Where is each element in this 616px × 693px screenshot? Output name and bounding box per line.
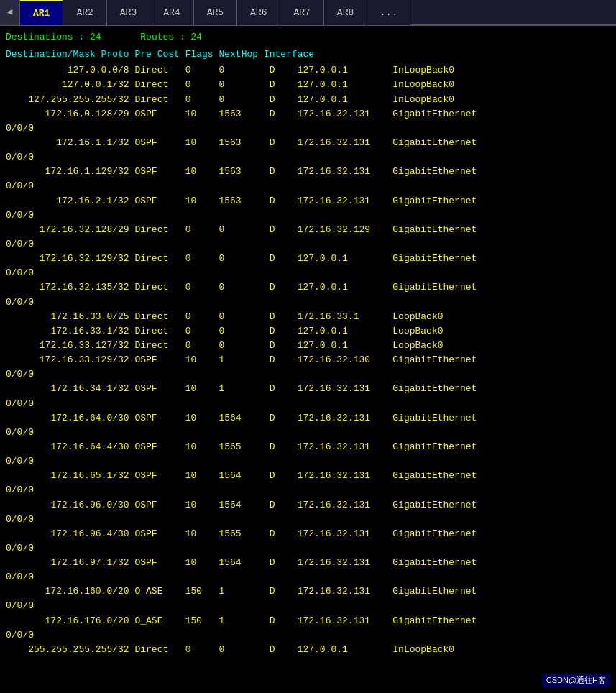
table-row: 127.0.0.0/8 Direct 0 0 D 127.0.0.1 InLoo… — [6, 63, 610, 78]
table-row-cont: 0/0/0 — [6, 628, 610, 643]
tab-bar: ◄ AR1 AR2 AR3 AR4 AR5 AR6 AR7 AR8 ... — [0, 0, 616, 26]
watermark: CSDN@通往H客 — [542, 674, 610, 687]
tab-ar6[interactable]: AR6 — [237, 0, 280, 25]
table-row: 127.0.0.1/32 Direct 0 0 D 127.0.0.1 InLo… — [6, 78, 610, 92]
table-row: 172.16.64.0/30 OSPF 10 1564 D 172.16.32.… — [6, 411, 610, 426]
table-row: 172.16.32.129/32 Direct 0 0 D 127.0.0.1 … — [6, 252, 610, 266]
table-row: 172.16.96.0/30 OSPF 10 1564 D 172.16.32.… — [6, 498, 610, 513]
table-row-cont: 0/0/0 — [6, 541, 610, 556]
routes-table: 127.0.0.0/8 Direct 0 0 D 127.0.0.1 InLoo… — [6, 63, 610, 657]
destinations-value: 24 — [90, 32, 101, 42]
table-row: 172.16.33.0/25 Direct 0 0 D 172.16.33.1 … — [6, 310, 610, 324]
table-row-cont: 0/0/0 — [6, 599, 610, 613]
table-row: 172.16.2.1/32 OSPF 10 1563 D 172.16.32.1… — [6, 194, 610, 208]
table-row-cont: 0/0/0 — [6, 454, 610, 469]
table-row: 172.16.64.4/30 OSPF 10 1565 D 172.16.32.… — [6, 440, 610, 454]
table-row: 172.16.160.0/20 O_ASE 150 1 D 172.16.32.… — [6, 584, 610, 599]
tab-ar5[interactable]: AR5 — [194, 0, 237, 25]
table-row: 172.16.33.129/32 OSPF 10 1 D 172.16.32.1… — [6, 353, 610, 367]
table-row: 172.16.32.135/32 Direct 0 0 D 127.0.0.1 … — [6, 280, 610, 295]
table-row: 172.16.0.128/29 OSPF 10 1563 D 172.16.32… — [6, 107, 610, 121]
routes-value: 24 — [191, 32, 203, 42]
table-row: 172.16.32.128/29 Direct 0 0 D 172.16.32.… — [6, 223, 610, 237]
tab-ar3[interactable]: AR3 — [107, 0, 150, 25]
table-row: 172.16.33.1/32 Direct 0 0 D 127.0.0.1 Lo… — [6, 324, 610, 339]
table-row-cont: 0/0/0 — [6, 367, 610, 382]
table-row-cont: 0/0/0 — [6, 397, 610, 411]
table-row: 172.16.1.1/32 OSPF 10 1563 D 172.16.32.1… — [6, 136, 610, 150]
tab-more[interactable]: ... — [367, 0, 410, 25]
routes-separator: : — [180, 32, 191, 42]
content-area: Destinations : 24 Routes : 24 Destinatio… — [0, 26, 616, 661]
summary-line: Destinations : 24 Routes : 24 — [6, 30, 610, 45]
table-row-cont: 0/0/0 — [6, 237, 610, 252]
table-row-cont: 0/0/0 — [6, 266, 610, 280]
nav-arrow-left[interactable]: ◄ — [0, 0, 20, 25]
tab-ar2[interactable]: AR2 — [63, 0, 106, 25]
table-row: 172.16.65.1/32 OSPF 10 1564 D 172.16.32.… — [6, 469, 610, 483]
table-row: 172.16.97.1/32 OSPF 10 1564 D 172.16.32.… — [6, 556, 610, 570]
routes-label: Routes — [140, 32, 174, 42]
table-row: 172.16.96.4/30 OSPF 10 1565 D 172.16.32.… — [6, 527, 610, 541]
tab-ar7[interactable]: AR7 — [280, 0, 323, 25]
destinations-separator: : — [78, 32, 90, 42]
table-row: 172.16.34.1/32 OSPF 10 1 D 172.16.32.131… — [6, 382, 610, 396]
table-row-cont: 0/0/0 — [6, 121, 610, 136]
table-row-cont: 0/0/0 — [6, 426, 610, 440]
table-row: 255.255.255.255/32 Direct 0 0 D 127.0.0.… — [6, 643, 610, 657]
table-row: 172.16.176.0/20 O_ASE 150 1 D 172.16.32.… — [6, 614, 610, 628]
table-row-cont: 0/0/0 — [6, 208, 610, 223]
routes-spacer — [106, 32, 134, 42]
table-row: 127.255.255.255/32 Direct 0 0 D 127.0.0.… — [6, 93, 610, 107]
table-row-cont: 0/0/0 — [6, 179, 610, 193]
tab-ar4[interactable]: AR4 — [150, 0, 193, 25]
table-row-cont: 0/0/0 — [6, 483, 610, 497]
header-text: Destination/Mask Proto Pre Cost Flags Ne… — [6, 49, 314, 60]
tab-ar1[interactable]: AR1 — [20, 0, 63, 25]
table-row-cont: 0/0/0 — [6, 570, 610, 584]
table-row-cont: 0/0/0 — [6, 150, 610, 165]
column-header: Destination/Mask Proto Pre Cost Flags Ne… — [6, 47, 610, 62]
table-row: 172.16.1.129/32 OSPF 10 1563 D 172.16.32… — [6, 165, 610, 179]
tab-ar8[interactable]: AR8 — [324, 0, 367, 25]
table-row-cont: 0/0/0 — [6, 513, 610, 527]
table-row-cont: 0/0/0 — [6, 295, 610, 310]
destinations-label: Destinations — [6, 32, 73, 42]
table-row: 172.16.33.127/32 Direct 0 0 D 127.0.0.1 … — [6, 339, 610, 353]
